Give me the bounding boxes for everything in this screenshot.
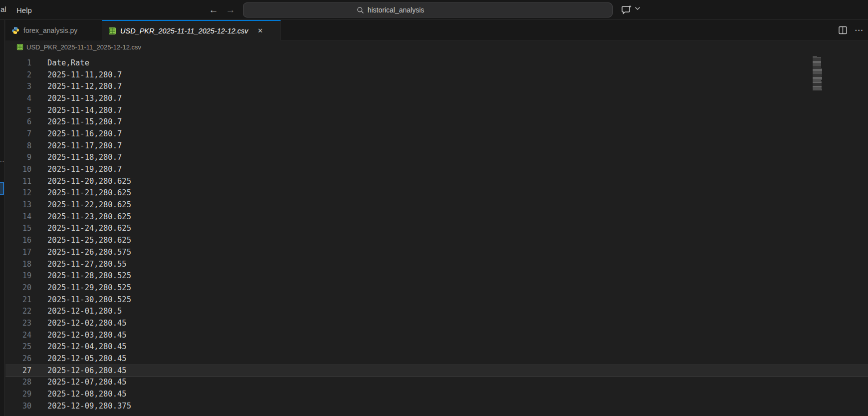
sidebar-overflow-dots[interactable]: ... xyxy=(0,156,5,163)
code-line[interactable]: 42025-11-13,280.7 xyxy=(5,92,868,104)
menu-item-help[interactable]: Help xyxy=(13,5,35,15)
code-line[interactable]: 192025-11-28,280.525 xyxy=(5,270,868,282)
minimap-line-mark xyxy=(813,67,821,67)
line-text: 2025-11-23,280.625 xyxy=(47,212,131,221)
line-number[interactable]: 9 xyxy=(5,153,31,162)
line-text: 2025-11-17,280.7 xyxy=(47,141,122,150)
code-line[interactable]: 202025-11-29,280.525 xyxy=(5,282,868,294)
line-text: 2025-11-27,280.55 xyxy=(47,260,127,269)
code-line[interactable]: 142025-11-23,280.625 xyxy=(5,211,868,223)
line-number[interactable]: 30 xyxy=(5,402,31,411)
line-number[interactable]: 1 xyxy=(5,58,31,67)
code-line[interactable]: 1Date,Rate xyxy=(5,57,868,69)
code-line[interactable]: 92025-11-18,280.7 xyxy=(5,152,868,164)
vscode-window: al Help ← → historical_analysis xyxy=(0,0,868,416)
line-number[interactable]: 6 xyxy=(5,117,31,126)
line-number[interactable]: 15 xyxy=(5,224,31,233)
code-line[interactable]: 62025-11-15,280.7 xyxy=(5,116,868,128)
line-number[interactable]: 27 xyxy=(5,366,31,375)
line-number[interactable]: 12 xyxy=(5,188,31,197)
line-number[interactable]: 5 xyxy=(5,106,31,115)
line-number[interactable]: 11 xyxy=(5,177,31,186)
split-editor-icon[interactable] xyxy=(838,25,848,35)
code-line[interactable]: 232025-12-02,280.45 xyxy=(5,317,868,329)
code-line[interactable]: 292025-12-08,280.45 xyxy=(5,388,868,400)
code-line[interactable]: 152025-11-24,280.625 xyxy=(5,223,868,235)
tab-usd-pkr-csv[interactable]: USD_PKR_2025-11-11_2025-12-12.csv ✕ xyxy=(102,20,281,40)
command-center-search[interactable]: historical_analysis xyxy=(243,2,613,17)
code-line[interactable]: 242025-12-03,280.45 xyxy=(5,329,868,341)
minimap-line-mark xyxy=(813,59,821,59)
line-text: 2025-11-20,280.625 xyxy=(47,177,131,186)
code-line[interactable]: 252025-12-04,280.45 xyxy=(5,341,868,353)
line-number[interactable]: 25 xyxy=(5,342,31,351)
code-line[interactable]: 122025-11-21,280.625 xyxy=(5,187,868,199)
line-number[interactable]: 23 xyxy=(5,319,31,328)
code-line[interactable]: 22025-11-11,280.7 xyxy=(5,69,868,81)
code-line[interactable]: 132025-11-22,280.625 xyxy=(5,199,868,211)
minimap-line-mark xyxy=(813,89,822,90)
code-line[interactable]: 32025-11-12,280.7 xyxy=(5,80,868,92)
code-line[interactable]: 182025-11-27,280.55 xyxy=(5,258,868,270)
python-icon xyxy=(11,26,19,34)
code-line[interactable]: 102025-11-19,280.7 xyxy=(5,163,868,175)
code-line[interactable]: 112025-11-20,280.625 xyxy=(5,175,868,187)
line-number[interactable]: 26 xyxy=(5,354,31,363)
line-text: 2025-11-11,280.7 xyxy=(47,70,122,79)
code-line[interactable]: 162025-11-25,280.625 xyxy=(5,234,868,246)
menu-item-truncated[interactable]: al xyxy=(0,5,6,13)
minimap-line-mark xyxy=(813,73,822,74)
code-line[interactable]: 212025-11-30,280.525 xyxy=(5,294,868,306)
code-line[interactable]: 302025-12-09,280.375 xyxy=(5,400,868,412)
line-number[interactable]: 22 xyxy=(5,307,31,316)
line-number[interactable]: 24 xyxy=(5,331,31,340)
sidebar-focused-item-indicator[interactable] xyxy=(0,182,4,195)
chevron-down-icon[interactable] xyxy=(635,6,641,10)
code-line[interactable]: 282025-12-07,280.45 xyxy=(5,377,868,389)
code-line[interactable]: 172025-11-26,280.575 xyxy=(5,246,868,258)
code-line[interactable]: 52025-11-14,280.7 xyxy=(5,104,868,116)
close-icon[interactable]: ✕ xyxy=(255,26,265,36)
code-line[interactable]: 72025-11-16,280.7 xyxy=(5,128,868,140)
code-line[interactable]: 222025-12-01,280.5 xyxy=(5,305,868,317)
line-number[interactable]: 21 xyxy=(5,295,31,304)
minimap-line-mark xyxy=(813,60,821,60)
line-number[interactable]: 19 xyxy=(5,271,31,280)
code-line[interactable]: 82025-11-17,280.7 xyxy=(5,140,868,152)
line-text: 2025-12-05,280.45 xyxy=(47,354,127,363)
line-text: 2025-12-09,280.375 xyxy=(47,402,131,411)
minimap-line-mark xyxy=(813,79,822,80)
line-number[interactable]: 29 xyxy=(5,390,31,399)
tab-label: forex_analysis.py xyxy=(23,26,77,34)
back-arrow-icon[interactable]: ← xyxy=(207,3,220,16)
minimap[interactable] xyxy=(813,56,823,90)
line-text: 2025-11-14,280.7 xyxy=(47,106,122,115)
line-number[interactable]: 4 xyxy=(5,94,31,103)
minimap-line-mark xyxy=(813,81,822,82)
line-number[interactable]: 2 xyxy=(5,70,31,79)
line-number[interactable]: 17 xyxy=(5,248,31,257)
line-number[interactable]: 7 xyxy=(5,129,31,138)
line-text: 2025-11-30,280.525 xyxy=(47,295,131,304)
forward-arrow-icon[interactable]: → xyxy=(224,3,237,16)
minimap-line-mark xyxy=(813,61,821,61)
copilot-chat-icon[interactable] xyxy=(621,4,633,16)
line-number[interactable]: 18 xyxy=(5,260,31,269)
line-number[interactable]: 3 xyxy=(5,82,31,91)
line-number[interactable]: 28 xyxy=(5,378,31,387)
code-line[interactable]: 262025-12-05,280.45 xyxy=(5,353,868,365)
code-lines: 1Date,Rate22025-11-11,280.732025-11-12,2… xyxy=(5,57,868,412)
minimap-line-mark xyxy=(813,70,822,70)
line-number[interactable]: 20 xyxy=(5,283,31,292)
tab-forex-analysis-py[interactable]: forex_analysis.py xyxy=(5,20,102,40)
line-text: 2025-12-08,280.45 xyxy=(47,390,127,399)
code-line[interactable]: 272025-12-06,280.45 xyxy=(5,365,868,377)
line-number[interactable]: 10 xyxy=(5,165,31,174)
minimap-line-mark xyxy=(813,88,822,89)
line-number[interactable]: 13 xyxy=(5,200,31,209)
line-number[interactable]: 16 xyxy=(5,236,31,245)
more-actions-icon[interactable]: ⋯ xyxy=(853,25,865,35)
line-number[interactable]: 8 xyxy=(5,141,31,150)
breadcrumb[interactable]: USD_PKR_2025-11-11_2025-12-12.csv xyxy=(5,40,868,53)
line-number[interactable]: 14 xyxy=(5,212,31,221)
